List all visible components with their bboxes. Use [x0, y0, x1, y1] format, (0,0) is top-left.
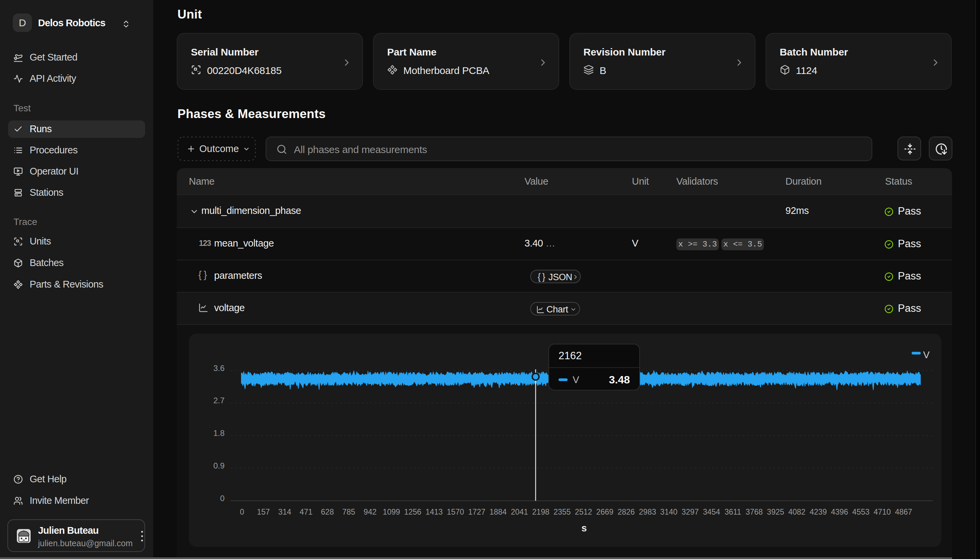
- svg-text:785: 785: [342, 508, 355, 516]
- svg-text:1256: 1256: [404, 508, 421, 516]
- svg-text:942: 942: [363, 508, 376, 516]
- svg-text:2198: 2198: [532, 508, 549, 516]
- svg-text:2669: 2669: [596, 508, 614, 516]
- svg-text:3925: 3925: [767, 508, 784, 516]
- svg-text:2041: 2041: [511, 508, 528, 516]
- svg-text:1884: 1884: [489, 508, 507, 516]
- svg-text:3611: 3611: [725, 508, 741, 516]
- svg-text:3140: 3140: [660, 508, 677, 516]
- svg-text:628: 628: [321, 508, 333, 516]
- svg-text:157: 157: [257, 508, 270, 516]
- svg-text:4396: 4396: [831, 508, 848, 516]
- svg-text:3454: 3454: [703, 508, 720, 516]
- svg-text:0: 0: [240, 508, 244, 516]
- svg-text:4082: 4082: [788, 508, 806, 516]
- svg-text:2.7: 2.7: [214, 396, 225, 405]
- svg-text:314: 314: [279, 508, 292, 516]
- svg-text:2826: 2826: [617, 508, 635, 516]
- svg-text:0: 0: [220, 494, 225, 503]
- svg-text:3297: 3297: [682, 508, 699, 516]
- svg-text:3.6: 3.6: [214, 364, 225, 373]
- svg-text:1.8: 1.8: [214, 428, 225, 438]
- svg-text:1570: 1570: [447, 508, 464, 516]
- svg-text:4867: 4867: [895, 508, 912, 516]
- svg-text:4553: 4553: [852, 508, 870, 516]
- svg-text:4239: 4239: [810, 508, 827, 516]
- svg-text:1413: 1413: [426, 508, 443, 516]
- svg-text:471: 471: [300, 508, 312, 516]
- svg-text:2983: 2983: [639, 508, 656, 516]
- svg-text:1099: 1099: [383, 508, 400, 516]
- svg-text:3768: 3768: [746, 508, 763, 516]
- svg-text:V: V: [923, 349, 930, 360]
- svg-text:1727: 1727: [468, 508, 486, 516]
- svg-text:2512: 2512: [575, 508, 592, 516]
- svg-text:4710: 4710: [874, 508, 891, 516]
- svg-text:s: s: [581, 523, 587, 533]
- svg-text:2355: 2355: [554, 508, 570, 516]
- svg-text:0.9: 0.9: [214, 461, 225, 470]
